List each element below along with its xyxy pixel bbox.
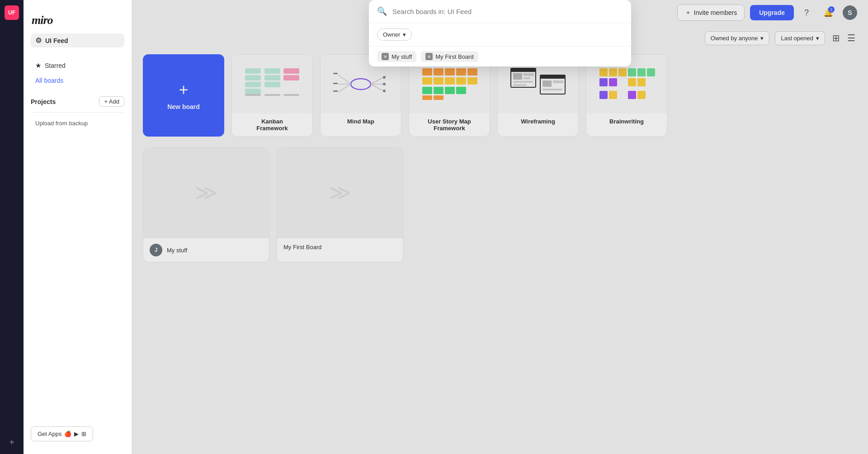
filter-tag-my-stuff: ✕ My stuff bbox=[377, 51, 416, 62]
add-workspace-button[interactable]: + bbox=[5, 436, 18, 449]
sidebar-bottom: Get Apps 🍎 ▶ ⊞ bbox=[24, 421, 132, 447]
search-input-row: 🔍 bbox=[369, 0, 631, 23]
sidebar-item-starred[interactable]: ★ Starred bbox=[31, 58, 124, 73]
search-overlay: 🔍 Owner ▾ ✕ My stuff ✕ My First Board bbox=[132, 0, 868, 454]
remove-my-stuff-filter[interactable]: ✕ bbox=[382, 53, 389, 60]
windows-icon: ⊞ bbox=[81, 430, 86, 437]
gear-icon: ⚙ bbox=[35, 36, 42, 45]
sidebar-divider bbox=[31, 112, 124, 113]
main-sidebar: miro ⚙ UI Feed ★ Starred All boards Proj… bbox=[24, 0, 132, 454]
sidebar-nav: ★ Starred All boards bbox=[24, 55, 132, 91]
filter-tag-my-first-board: ✕ My First Board bbox=[421, 51, 478, 62]
remove-my-first-board-filter[interactable]: ✕ bbox=[425, 53, 433, 60]
owner-filter-row: Owner ▾ bbox=[369, 23, 631, 47]
main-content: ＋ Invite members Upgrade ? 🔔 1 S Owned b… bbox=[132, 0, 868, 454]
sidebar-item-all-boards[interactable]: All boards bbox=[31, 74, 124, 87]
upload-from-backup[interactable]: Upload from backup bbox=[24, 116, 132, 130]
star-icon: ★ bbox=[35, 61, 41, 70]
search-dropdown: 🔍 Owner ▾ ✕ My stuff ✕ My First Board bbox=[369, 0, 631, 66]
play-icon: ▶ bbox=[74, 430, 79, 437]
dark-sidebar: UF + bbox=[0, 0, 24, 454]
owner-filter-button[interactable]: Owner ▾ bbox=[377, 28, 412, 41]
get-apps-button[interactable]: Get Apps 🍎 ▶ ⊞ bbox=[31, 426, 93, 441]
search-icon: 🔍 bbox=[377, 6, 387, 16]
workspace-section: ⚙ UI Feed bbox=[24, 32, 132, 55]
apple-icon: 🍎 bbox=[64, 430, 71, 437]
filter-tags-row: ✕ My stuff ✕ My First Board bbox=[369, 47, 631, 66]
workspace-button[interactable]: ⚙ UI Feed bbox=[31, 33, 124, 47]
projects-section-header: Projects + Add bbox=[24, 91, 132, 109]
workspace-initials-badge[interactable]: UF bbox=[5, 5, 19, 20]
search-input[interactable] bbox=[392, 8, 623, 15]
add-project-button[interactable]: + Add bbox=[99, 96, 124, 107]
miro-logo: miro bbox=[24, 7, 132, 32]
chevron-down-icon: ▾ bbox=[403, 31, 406, 38]
